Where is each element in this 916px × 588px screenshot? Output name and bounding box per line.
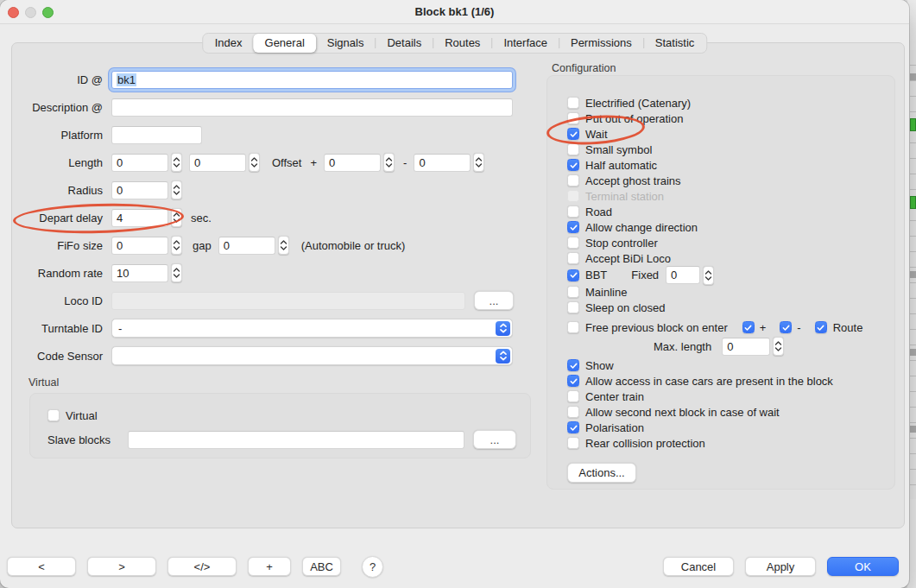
- apply-button[interactable]: Apply: [745, 557, 816, 576]
- config-row-free-previous: Free previous block on enter + - Route: [567, 319, 894, 335]
- length-value-1: 0: [117, 156, 123, 169]
- config-row: Mainline: [567, 284, 894, 300]
- form-row-code-sensor: Code Sensor: [18, 342, 527, 370]
- random-rate-stepper[interactable]: [171, 263, 182, 282]
- loco-id-browse-button[interactable]: ...: [474, 291, 514, 310]
- id-input[interactable]: bk1: [111, 71, 513, 89]
- form-row-fifo: FiFo size 0 gap 0 (Automobile or truck): [18, 231, 527, 259]
- fifo-input[interactable]: 0: [111, 237, 168, 255]
- mainline-checkbox[interactable]: [567, 286, 579, 298]
- virtual-checkbox[interactable]: [47, 409, 60, 421]
- config-row: Half automatic: [567, 157, 894, 173]
- tab-permissions[interactable]: Permissions: [559, 34, 643, 53]
- length-stepper-2[interactable]: [249, 153, 260, 172]
- road-checkbox[interactable]: [567, 205, 579, 218]
- cancel-button[interactable]: Cancel: [663, 557, 734, 576]
- rear-collision-protection-checkbox[interactable]: [567, 437, 579, 449]
- allow-second-next-block-checkbox[interactable]: [567, 406, 579, 418]
- free-previous-block-label: Free previous block on enter: [585, 321, 728, 334]
- gap-input[interactable]: 0: [218, 237, 275, 255]
- ok-button[interactable]: OK: [827, 557, 899, 576]
- bbt-fixed-stepper[interactable]: [703, 266, 714, 285]
- free-previous-block-checkbox[interactable]: [567, 321, 579, 333]
- offset-minus-stepper[interactable]: [473, 153, 484, 172]
- max-length-input[interactable]: 0: [722, 338, 770, 356]
- route-label: Route: [833, 321, 863, 334]
- form-row-radius: Radius 0: [18, 176, 527, 204]
- sleep-on-closed-checkbox[interactable]: [567, 301, 579, 313]
- terminal-station-checkbox: [567, 190, 579, 202]
- tab-details[interactable]: Details: [376, 34, 433, 53]
- route-checkbox[interactable]: [815, 321, 827, 333]
- checkbox-label: Allow access in case cars are present in…: [585, 375, 833, 388]
- slave-blocks-browse-button[interactable]: ...: [473, 430, 516, 449]
- minus-label: -: [797, 321, 800, 334]
- fifo-label: FiFo size: [18, 239, 103, 252]
- background-green-block: [910, 196, 916, 209]
- show-checkbox[interactable]: [567, 359, 579, 371]
- tab-interface[interactable]: Interface: [492, 34, 559, 53]
- checkbox-label: Terminal station: [585, 190, 664, 203]
- footer-nav-buttons: < > </> + ABC: [7, 557, 341, 576]
- electrified-checkbox[interactable]: [567, 97, 579, 109]
- length-input-2[interactable]: 0: [189, 154, 246, 172]
- random-rate-input[interactable]: 10: [111, 264, 168, 282]
- random-rate-value: 10: [117, 267, 129, 280]
- form-row-loco-id: Loco ID ...: [18, 287, 527, 314]
- background-gray-block: [910, 426, 916, 433]
- max-length-stepper[interactable]: [773, 337, 784, 356]
- turntable-id-select[interactable]: -: [111, 319, 513, 338]
- radius-stepper[interactable]: [171, 180, 182, 199]
- length-label: Length: [18, 156, 103, 169]
- allow-change-direction-checkbox[interactable]: [567, 221, 579, 233]
- offset-minus-input[interactable]: 0: [414, 154, 471, 172]
- accept-bidi-loco-checkbox[interactable]: [567, 252, 579, 264]
- length-stepper-1[interactable]: [171, 153, 182, 172]
- form-row-length: Length 0 0 Offset + 0 - 0: [18, 149, 527, 176]
- add-button[interactable]: +: [248, 557, 291, 576]
- tab-signals[interactable]: Signals: [316, 34, 376, 53]
- fifo-stepper[interactable]: [171, 236, 182, 255]
- next-button[interactable]: >: [87, 557, 156, 576]
- abc-button[interactable]: ABC: [302, 557, 341, 576]
- offset-minus-sign: -: [403, 156, 407, 169]
- length-input-1[interactable]: 0: [111, 154, 168, 172]
- center-train-checkbox[interactable]: [567, 390, 579, 402]
- actions-button[interactable]: Actions...: [567, 463, 636, 483]
- config-row: Center train: [567, 389, 894, 404]
- title-bar[interactable]: Block bk1 (1/6): [0, 0, 909, 24]
- radius-input[interactable]: 0: [111, 181, 168, 199]
- bbt-checkbox[interactable]: [567, 269, 579, 281]
- tab-general[interactable]: General: [254, 34, 316, 53]
- free-previous-plus-checkbox[interactable]: [742, 321, 755, 333]
- tab-index[interactable]: Index: [204, 34, 254, 53]
- platform-input[interactable]: [111, 126, 202, 144]
- config-row: Allow change direction: [567, 219, 894, 235]
- allow-access-cars-checkbox[interactable]: [567, 375, 579, 387]
- help-button[interactable]: ?: [362, 556, 383, 578]
- bbt-fixed-input[interactable]: 0: [666, 266, 700, 284]
- offset-minus-value: 0: [419, 156, 425, 169]
- checkbox-label: Allow change direction: [585, 221, 698, 234]
- config-row: Allow second next block in case of wait: [567, 404, 894, 420]
- polarisation-checkbox[interactable]: [567, 421, 579, 433]
- tab-statistic[interactable]: Statistic: [644, 34, 706, 53]
- free-previous-minus-checkbox[interactable]: [780, 321, 792, 333]
- accept-ghost-trains-checkbox[interactable]: [567, 174, 579, 187]
- stop-controller-checkbox[interactable]: [567, 237, 579, 249]
- description-input[interactable]: [111, 98, 513, 117]
- gap-stepper[interactable]: [278, 236, 289, 255]
- code-sensor-select[interactable]: [111, 346, 513, 365]
- tab-routes[interactable]: Routes: [433, 34, 491, 53]
- offset-plus-stepper[interactable]: [383, 153, 395, 172]
- half-automatic-checkbox[interactable]: [567, 159, 579, 171]
- slave-blocks-input[interactable]: [128, 431, 464, 449]
- checkbox-label: Stop controller: [585, 237, 658, 250]
- small-symbol-checkbox[interactable]: [567, 143, 579, 155]
- checkbox-label: Accept ghost trains: [585, 174, 681, 187]
- previous-button[interactable]: <: [7, 557, 76, 576]
- offset-plus-input[interactable]: 0: [324, 154, 381, 172]
- checkbox-label: Sleep on closed: [585, 301, 666, 314]
- checkbox-label: Half automatic: [585, 159, 657, 172]
- xml-button[interactable]: </>: [167, 557, 237, 576]
